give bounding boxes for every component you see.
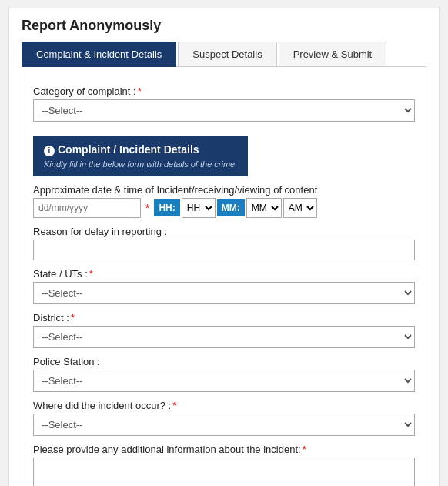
ampm-select[interactable]: AM bbox=[283, 198, 317, 218]
state-select[interactable]: --Select-- bbox=[33, 282, 415, 304]
tabs-bar: Complaint & Incident Details Suspect Det… bbox=[22, 42, 426, 67]
info-box: iComplaint / Incident Details Kindly fil… bbox=[33, 136, 248, 176]
additional-info-label: Please provide any additional informatio… bbox=[33, 444, 415, 455]
time-group: HH: HH MM: MM AM bbox=[154, 198, 316, 218]
form-area: Category of complaint :* --Select-- iCom… bbox=[22, 66, 426, 486]
state-row: State / UTs :* --Select-- bbox=[33, 268, 415, 304]
category-row: Category of complaint :* --Select-- bbox=[33, 85, 415, 122]
district-select[interactable]: --Select-- bbox=[33, 326, 415, 348]
date-required-star: * bbox=[145, 202, 149, 214]
district-label: District :* bbox=[33, 312, 415, 323]
minute-select[interactable]: MM bbox=[246, 198, 282, 218]
info-box-title: iComplaint / Incident Details bbox=[44, 143, 237, 156]
incident-location-row: Where did the incident occur? :* --Selec… bbox=[33, 400, 415, 436]
date-input[interactable] bbox=[33, 198, 141, 218]
state-label: State / UTs :* bbox=[33, 268, 415, 280]
delay-label: Reason for delay in reporting : bbox=[33, 226, 415, 237]
page-title: Report Anonymously bbox=[22, 18, 426, 34]
district-required-star: * bbox=[71, 312, 75, 323]
police-row: Police Station : --Select-- bbox=[33, 356, 415, 392]
state-required-star: * bbox=[89, 268, 93, 280]
category-required-star: * bbox=[138, 85, 142, 97]
additional-info-row: Please provide any additional informatio… bbox=[33, 444, 415, 486]
hour-select[interactable]: HH bbox=[182, 198, 216, 218]
police-label: Police Station : bbox=[33, 356, 415, 367]
hh-label: HH: bbox=[154, 199, 179, 216]
incident-location-select[interactable]: --Select-- bbox=[33, 414, 415, 436]
tab-suspect[interactable]: Suspect Details bbox=[178, 42, 276, 67]
tab-preview[interactable]: Preview & Submit bbox=[279, 42, 387, 67]
datetime-inputs: * HH: HH MM: MM AM bbox=[33, 198, 415, 218]
category-select[interactable]: --Select-- bbox=[33, 99, 415, 122]
delay-row: Reason for delay in reporting : bbox=[33, 226, 415, 260]
datetime-label: Approximate date & time of Incident/rece… bbox=[33, 184, 415, 196]
datetime-row: Approximate date & time of Incident/rece… bbox=[33, 184, 415, 218]
tab-complaint[interactable]: Complaint & Incident Details bbox=[22, 42, 176, 67]
incident-required-star: * bbox=[172, 400, 176, 411]
incident-location-label: Where did the incident occur? :* bbox=[33, 400, 415, 411]
page-container: Report Anonymously Complaint & Incident … bbox=[8, 8, 440, 486]
police-select[interactable]: --Select-- bbox=[33, 370, 415, 392]
district-row: District :* --Select-- bbox=[33, 312, 415, 348]
info-icon: i bbox=[44, 146, 55, 156]
mm-label: MM: bbox=[217, 199, 245, 216]
additional-required-star: * bbox=[303, 444, 306, 455]
category-label: Category of complaint :* bbox=[33, 85, 415, 97]
info-box-subtitle: Kindly fill in the below form with detai… bbox=[44, 159, 237, 169]
delay-input[interactable] bbox=[33, 240, 415, 260]
additional-info-textarea[interactable] bbox=[33, 458, 415, 486]
